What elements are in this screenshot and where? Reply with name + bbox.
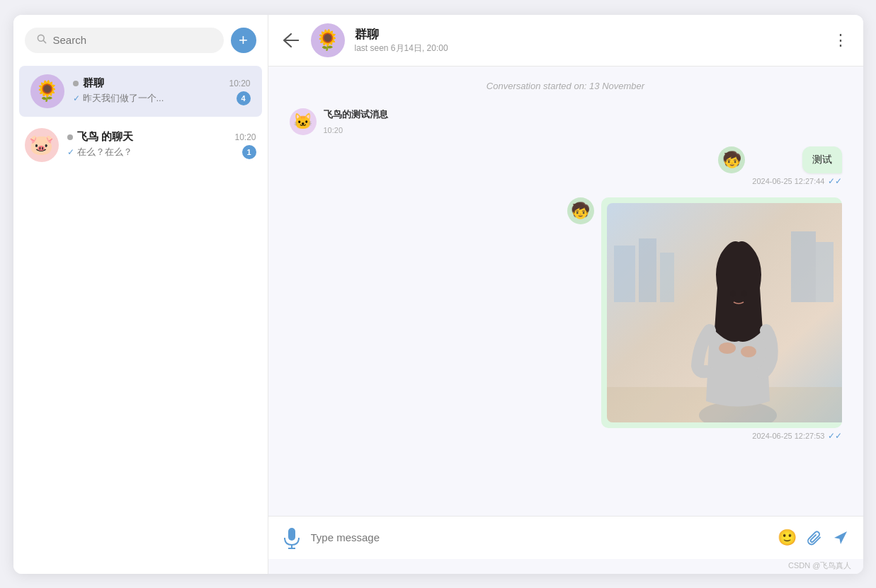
badge-group: 4 bbox=[237, 91, 251, 105]
messages-area: Conversation started on: 13 November 🐱 飞… bbox=[268, 67, 863, 516]
search-input[interactable] bbox=[53, 34, 212, 46]
svg-rect-16 bbox=[288, 528, 295, 541]
message-bubble-outgoing-1: 测试 bbox=[802, 146, 842, 173]
more-options-button[interactable]: ⋮ bbox=[833, 31, 849, 50]
svg-rect-4 bbox=[639, 238, 656, 302]
online-dot-bird bbox=[67, 134, 73, 140]
outgoing-avatar-1: 🧒 bbox=[718, 146, 745, 173]
chat-name-row-bird: 飞鸟 的聊天 10:20 bbox=[67, 130, 256, 144]
svg-rect-5 bbox=[660, 253, 674, 302]
chat-preview-group: ✓ 昨天我们做了一个... bbox=[73, 92, 164, 105]
message-input[interactable] bbox=[311, 531, 768, 543]
app-container: + 🌻 群聊 10:20 ✓ 昨 bbox=[13, 15, 863, 574]
svg-point-15 bbox=[741, 346, 756, 357]
header-info: 群聊 last seen 6月14日, 20:00 bbox=[355, 26, 823, 54]
check-icon-bird: ✓ bbox=[67, 147, 74, 157]
message-time-1: 10:20 bbox=[324, 126, 388, 134]
message-sender-1: 飞鸟的测试消息 bbox=[324, 108, 388, 121]
svg-point-12 bbox=[730, 290, 736, 297]
back-button[interactable] bbox=[283, 33, 301, 48]
main-chat: 🌻 群聊 last seen 6月14日, 20:00 ⋮ Conversati… bbox=[268, 15, 863, 574]
chat-info-bird: 飞鸟 的聊天 10:20 ✓ 在么？在么？ 1 bbox=[67, 130, 256, 159]
search-icon bbox=[36, 33, 47, 47]
add-chat-button[interactable]: + bbox=[231, 28, 256, 53]
message-bubble-wrap-2: 测试 2024-06-25 12:27:44 ✓✓ bbox=[752, 146, 841, 186]
emoji-button[interactable]: 🙂 bbox=[778, 529, 797, 547]
outgoing-avatar-image: 🧒 bbox=[567, 197, 594, 224]
chat-name-bird: 飞鸟 的聊天 bbox=[67, 130, 133, 144]
svg-rect-7 bbox=[816, 242, 834, 302]
microphone-button[interactable] bbox=[283, 526, 301, 549]
message-time-2: 2024-06-25 12:27:44 ✓✓ bbox=[752, 176, 841, 186]
header-avatar: 🌻 bbox=[311, 23, 345, 57]
double-check-icon-2: ✓✓ bbox=[828, 431, 842, 441]
watermark: CSDN @飞鸟真人 bbox=[268, 559, 863, 574]
chat-item-group[interactable]: 🌻 群聊 10:20 ✓ 昨天我们做了一个... bbox=[19, 66, 262, 117]
header-name: 群聊 bbox=[355, 26, 823, 42]
svg-rect-3 bbox=[614, 246, 635, 302]
search-bar: + bbox=[13, 15, 268, 66]
sidebar: + 🌻 群聊 10:20 ✓ 昨 bbox=[13, 15, 268, 574]
chat-name-group: 群聊 bbox=[73, 76, 104, 90]
chat-preview-row-bird: ✓ 在么？在么？ 1 bbox=[67, 145, 256, 159]
chat-info-group: 群聊 10:20 ✓ 昨天我们做了一个... 4 bbox=[73, 76, 251, 105]
message-time-image: 2024-06-25 12:27:53 ✓✓ bbox=[752, 431, 841, 441]
message-image-bubble bbox=[601, 197, 842, 428]
attach-button[interactable] bbox=[807, 530, 822, 546]
chat-list: 🌻 群聊 10:20 ✓ 昨天我们做了一个... bbox=[13, 66, 268, 574]
double-check-icon-1: ✓✓ bbox=[828, 176, 842, 186]
badge-bird: 1 bbox=[242, 145, 256, 159]
search-input-wrap[interactable] bbox=[25, 28, 224, 53]
chat-header: 🌻 群聊 last seen 6月14日, 20:00 ⋮ bbox=[268, 15, 863, 67]
svg-point-13 bbox=[741, 290, 747, 297]
message-bubble-wrap-1: 飞鸟的测试消息 10:20 bbox=[324, 108, 388, 134]
avatar-bird: 🐷 bbox=[25, 128, 59, 162]
chat-preview-bird: ✓ 在么？在么？ bbox=[67, 146, 132, 158]
conversation-start-label: Conversation started on: 13 November bbox=[290, 81, 842, 91]
chat-item-bird[interactable]: 🐷 飞鸟 的聊天 10:20 ✓ 在么？在么？ bbox=[13, 120, 268, 171]
message-row-incoming-1: 🐱 飞鸟的测试消息 10:20 bbox=[290, 108, 842, 135]
message-row-outgoing-1: 测试 2024-06-25 12:27:44 ✓✓ 🧒 bbox=[290, 146, 842, 186]
send-button[interactable] bbox=[832, 529, 849, 546]
chat-time-bird: 10:20 bbox=[234, 132, 256, 142]
check-icon-group: ✓ bbox=[73, 93, 80, 103]
svg-line-1 bbox=[43, 40, 46, 43]
input-area: 🙂 bbox=[268, 516, 863, 559]
message-bubble-wrap-image: 2024-06-25 12:27:53 ✓✓ bbox=[601, 197, 842, 441]
avatar-group: 🌻 bbox=[30, 74, 64, 108]
chat-preview-row-group: ✓ 昨天我们做了一个... 4 bbox=[73, 91, 251, 105]
incoming-avatar-1: 🐱 bbox=[290, 108, 317, 135]
header-status: last seen 6月14日, 20:00 bbox=[355, 42, 823, 54]
chat-time-group: 10:20 bbox=[229, 79, 250, 88]
svg-point-14 bbox=[719, 342, 736, 354]
message-row-outgoing-image: 2024-06-25 12:27:53 ✓✓ 🧒 bbox=[290, 197, 842, 441]
online-dot-group bbox=[73, 81, 79, 86]
chat-name-row-group: 群聊 10:20 bbox=[73, 76, 251, 90]
svg-rect-6 bbox=[791, 231, 816, 302]
